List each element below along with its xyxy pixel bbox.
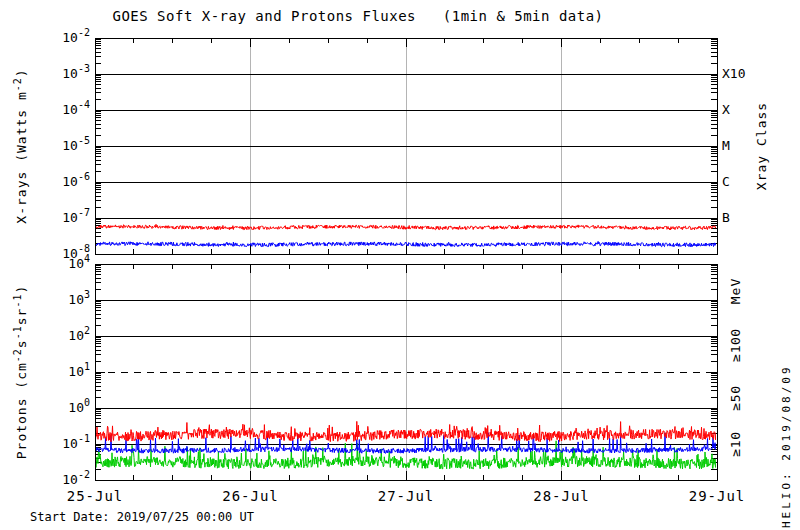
y-tick-label: 10-4 [62, 99, 90, 117]
start-date-label: Start Date: 2019/07/25 00:00 UT [30, 510, 254, 524]
credit-label: HELIO: 2019/08/09 [780, 364, 793, 528]
protons-axis-title: Protons (cm-2s-1sr-1) [12, 285, 29, 460]
goes-flux-chart: GOES Soft X-ray and Protons Fluxes (1min… [0, 0, 800, 530]
x-tick-label: 26-Jul [222, 488, 279, 504]
y-tick-label: 10-3 [62, 63, 90, 81]
chart-title: GOES Soft X-ray and Protons Fluxes (1min… [0, 8, 716, 24]
xray-class-label: M [722, 138, 730, 153]
y-tick-label: 10-1 [62, 433, 90, 451]
xray-class-label: X [722, 102, 730, 117]
x-tick-labels: 25-Jul26-Jul27-Jul28-Jul29-Jul [67, 488, 746, 504]
proton-threshold-label: ≥100 [728, 328, 743, 361]
y-tick-label: 10-6 [62, 171, 90, 189]
y-tick-label: 10-2 [62, 27, 90, 45]
y-tick-label: 100 [68, 397, 90, 415]
y-tick-label: 102 [68, 325, 90, 343]
xray-axes [95, 38, 717, 254]
y-tick-label: 104 [68, 253, 90, 271]
x-tick-label: 28-Jul [533, 488, 590, 504]
protons-axes [95, 264, 717, 480]
xray-class-label: B [722, 210, 730, 225]
y-tick-label: 10-5 [62, 135, 90, 153]
y-tick-label: 10-2 [62, 469, 90, 487]
x-tick-label: 29-Jul [689, 488, 746, 504]
x-tick-label: 27-Jul [378, 488, 435, 504]
proton-threshold-label: ≥10 [728, 432, 743, 457]
xray-axis-title: X-rays (Watts m-2) [12, 68, 29, 223]
y-tick-label: 101 [68, 361, 90, 379]
xray-class-label: X10 [722, 66, 745, 81]
y-tick-label: 103 [68, 289, 90, 307]
proton-threshold-label: ≥50 [728, 386, 743, 411]
flux-plot-svg: 10-210-310-410-510-610-710-8X-rays (Watt… [0, 0, 800, 530]
xray-class-axis-title: Xray Class [754, 102, 769, 190]
x-tick-label: 25-Jul [67, 488, 124, 504]
xray-class-label: C [722, 174, 730, 189]
mev-axis-title: MeV [728, 278, 743, 304]
y-tick-label: 10-7 [62, 207, 90, 225]
